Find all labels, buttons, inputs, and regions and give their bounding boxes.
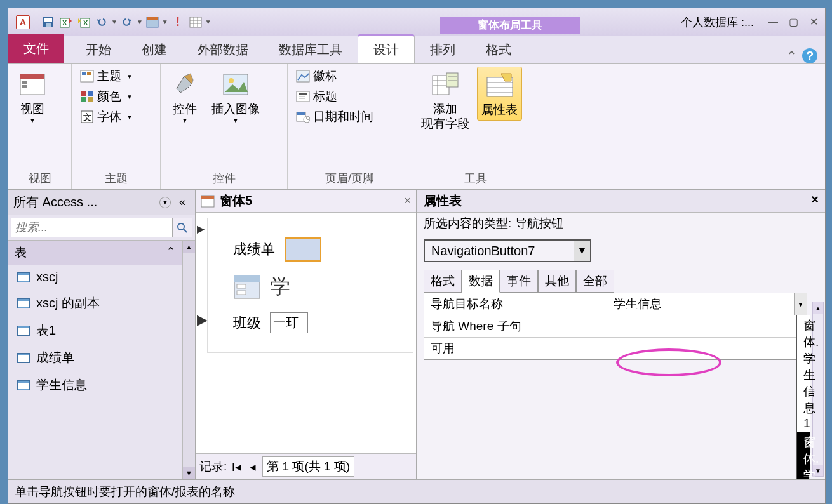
nav-item-table[interactable]: 成绩单 (8, 344, 182, 371)
fonts-button[interactable]: 文字体▼ (77, 107, 135, 126)
redo-dropdown-icon[interactable]: ▼ (137, 18, 143, 25)
nav-header[interactable]: 所有 Access ... ▼ « (8, 190, 195, 215)
prop-tab-data[interactable]: 数据 (462, 270, 500, 293)
save-icon[interactable] (40, 14, 57, 30)
dropdown-item[interactable]: 窗体.学生信息 (797, 432, 810, 479)
view-button[interactable]: 视图 ▼ (13, 67, 51, 126)
nav-dropdown-icon[interactable]: ▼ (159, 197, 171, 208)
collapse-group-icon: ⌃ (166, 244, 176, 261)
excel-import-icon[interactable]: X (76, 14, 92, 30)
doc-close-icon[interactable]: × (404, 194, 411, 208)
record-first-icon[interactable]: I◂ (229, 460, 243, 474)
colors-button[interactable]: 颜色▼ (77, 87, 135, 106)
svg-rect-1 (44, 18, 52, 22)
svg-point-50 (178, 223, 184, 230)
dropdown-arrow-icon[interactable]: ▼ (574, 241, 590, 261)
svg-text:X: X (62, 19, 67, 27)
datetime-button[interactable]: 日期和时间 (293, 107, 376, 126)
scroll-up-icon[interactable]: ▲ (813, 302, 823, 314)
doc-tab[interactable]: 窗体5 × (196, 190, 416, 213)
section-marker-icon[interactable]: ▶ (197, 223, 206, 232)
insert-image-icon (220, 69, 251, 100)
svg-rect-22 (88, 91, 93, 96)
excel-export-icon[interactable]: X (58, 14, 74, 30)
prop-value-input[interactable] (608, 339, 807, 358)
maximize-button[interactable]: ▢ (784, 16, 802, 29)
prop-value-input[interactable] (608, 295, 794, 314)
minimize-button[interactable]: — (764, 16, 782, 29)
dropdown-item[interactable]: 窗体.学生信息1 (797, 315, 810, 432)
tab-file[interactable]: 文件 (8, 34, 64, 63)
tab-arrange[interactable]: 排列 (415, 36, 471, 63)
prop-close-icon[interactable]: × (811, 192, 819, 209)
nav-scrollbar[interactable]: ▲ ▼ (182, 241, 195, 479)
scroll-down-icon[interactable]: ▼ (183, 467, 195, 479)
form-document: 窗体5 × ▶ 成绩单 ▶ 学 班级 (196, 190, 417, 479)
prop-title: 属性表 (424, 192, 462, 209)
prop-value-input[interactable] (608, 317, 807, 336)
undo-dropdown-icon[interactable]: ▼ (111, 18, 117, 25)
svg-rect-35 (297, 112, 305, 115)
tab-database-tools[interactable]: 数据库工具 (264, 36, 358, 63)
undo-icon[interactable] (93, 14, 110, 30)
field-label: 班级 (233, 314, 261, 333)
titlebar: A X X ▼ ▼ ▼ ! ▼ 窗体布局工具 个人数据库 :... — ▢ ✕ (8, 8, 825, 36)
close-button[interactable]: ✕ (805, 16, 822, 29)
themes-button[interactable]: 主题▼ (77, 67, 135, 86)
prop-tab-format[interactable]: 格式 (424, 270, 462, 293)
prop-tab-all[interactable]: 全部 (576, 270, 614, 293)
search-icon[interactable] (172, 218, 192, 237)
nav-search-input[interactable] (11, 218, 172, 237)
quick-access-toolbar: X X ▼ ▼ ▼ ! ▼ (35, 14, 211, 30)
table-icon (17, 272, 30, 282)
prop-object-selector[interactable]: NavigationButton7 ▼ (424, 239, 591, 262)
nav-group-tables[interactable]: 表⌃ (8, 241, 182, 265)
dropdown-arrow-icon[interactable]: ▼ (794, 293, 807, 315)
scroll-up-icon[interactable]: ▲ (183, 241, 195, 253)
controls-icon (170, 69, 200, 100)
add-fields-icon (430, 69, 460, 100)
insert-image-button[interactable]: 插入图像 ▼ (208, 67, 264, 126)
navigation-pane: 所有 Access ... ▼ « 表⌃ xscj xscj 的副本 表1 成绩… (8, 190, 196, 479)
tab-format[interactable]: 格式 (471, 36, 527, 63)
redo-icon[interactable] (119, 14, 135, 30)
svg-text:文: 文 (83, 112, 91, 122)
alert-icon[interactable]: ! (170, 14, 186, 30)
property-sheet-button[interactable]: 属性表 (477, 67, 522, 121)
form-canvas[interactable]: 成绩单 ▶ 学 班级 (207, 218, 413, 353)
prop-tab-event[interactable]: 事件 (500, 270, 538, 293)
status-text: 单击导航按钮时要打开的窗体/报表的名称 (15, 484, 235, 500)
nav-item-table[interactable]: xscj 的副本 (8, 289, 182, 317)
nav-button-selected[interactable] (285, 237, 321, 262)
section-marker-icon[interactable]: ▶ (197, 312, 206, 321)
svg-rect-9 (190, 17, 201, 27)
nav-item-table[interactable]: 表1 (8, 317, 182, 344)
prop-grid: 导航目标名称 ▼ 窗体.学生信息1 窗体.学生信息 窗体.窗体5 窗体.窗体4 … (424, 293, 807, 360)
tab-design[interactable]: 设计 (358, 34, 415, 63)
ribbon-collapse-icon[interactable]: ⌃ (786, 48, 797, 63)
form-dropdown-icon[interactable]: ▼ (162, 18, 168, 25)
record-prev-icon[interactable]: ◂ (246, 460, 260, 474)
status-bar: 单击导航按钮时要打开的窗体/报表的名称 (8, 479, 825, 503)
colors-icon (79, 89, 95, 104)
controls-button[interactable]: 控件 ▼ (166, 67, 204, 126)
nav-button-label: 成绩单 (233, 241, 275, 257)
field-input[interactable] (270, 312, 308, 333)
add-fields-button[interactable]: 添加 现有字段 (417, 67, 473, 134)
qat-customize-icon[interactable]: ▼ (205, 18, 211, 25)
nav-item-table[interactable]: xscj (8, 265, 182, 289)
help-button[interactable]: ? (802, 48, 817, 63)
svg-rect-57 (237, 291, 246, 295)
datasheet-icon[interactable] (187, 14, 204, 30)
tab-home[interactable]: 开始 (70, 36, 126, 63)
tab-create[interactable]: 创建 (126, 36, 182, 63)
title-button[interactable]: 标题 (293, 87, 376, 106)
logo-button[interactable]: 徽标 (293, 67, 376, 86)
tab-external-data[interactable]: 外部数据 (182, 36, 264, 63)
ribbon-content: 视图 ▼ 视图 主题▼ 颜色▼ 文字体▼ 主题 控件 ▼ (8, 64, 825, 190)
nav-collapse-icon[interactable]: « (175, 196, 190, 209)
prop-tab-other[interactable]: 其他 (538, 270, 576, 293)
form-icon[interactable] (144, 14, 161, 30)
context-tab-title: 窗体布局工具 (440, 17, 580, 34)
nav-item-table[interactable]: 学生信息 (8, 371, 182, 399)
